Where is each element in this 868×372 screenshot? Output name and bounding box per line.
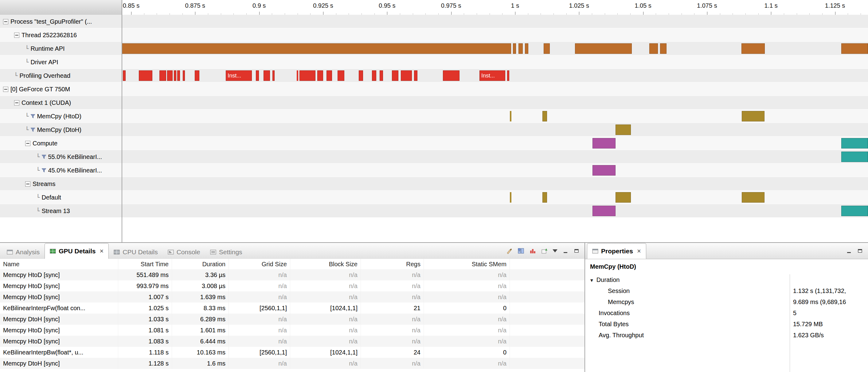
timeline-bar-memcpy[interactable]	[742, 192, 765, 203]
timeline-bar-runtime[interactable]	[525, 44, 529, 54]
expand-arrow-icon[interactable]: ▼	[589, 278, 594, 283]
table-row[interactable]: Memcpy DtoH [sync]1.128 s1.6 msn/an/an/a…	[0, 358, 585, 369]
column-header-regs[interactable]: Regs	[361, 259, 424, 269]
timeline-bar-memcpy[interactable]	[510, 192, 512, 203]
column-header-start-time[interactable]: Start Time	[118, 259, 172, 269]
timeline-ruler[interactable]: 0.85 s0.875 s0.9 s0.925 s0.95 s0.975 s1 …	[122, 0, 868, 15]
restore-icon[interactable]	[574, 248, 580, 254]
tree-item-runtime-api[interactable]: └Runtime API	[0, 42, 146, 55]
column-header-duration[interactable]: Duration	[172, 259, 229, 269]
tree-item-kernel-45[interactable]: └45.0% KeBilinearI...	[0, 164, 157, 177]
timeline-bar-overhead[interactable]	[297, 70, 298, 81]
tab-console[interactable]: Console	[163, 245, 205, 259]
timeline-bar-overhead[interactable]	[273, 70, 275, 81]
timeline-bar-kernel45[interactable]	[592, 206, 616, 216]
collapse-icon[interactable]	[14, 100, 19, 106]
collapse-icon[interactable]	[3, 19, 8, 24]
table-row[interactable]: Memcpy HtoD [sync]1.007 s1.639 msn/an/an…	[0, 291, 585, 303]
timeline-bar-overhead[interactable]	[392, 70, 398, 81]
tree-item-memcpy-htod[interactable]: └MemCpy (HtoD)	[0, 110, 146, 123]
tree-item-thread[interactable]: Thread 2522362816	[0, 28, 135, 42]
timeline-bar-memcpy[interactable]	[542, 111, 547, 121]
timeline-bar-runtime[interactable]	[519, 44, 523, 54]
view-menu-icon[interactable]	[553, 249, 557, 252]
timeline-bar-kernel55[interactable]	[841, 138, 868, 148]
timeline-bar-overhead[interactable]: Inst...	[479, 70, 505, 81]
timeline-bar-overhead[interactable]	[443, 70, 460, 81]
timeline-bar-overhead[interactable]	[177, 70, 180, 81]
restore-icon[interactable]	[857, 248, 863, 254]
timeline-bar-runtime[interactable]	[649, 44, 658, 54]
tab-properties[interactable]: Properties×	[587, 243, 646, 259]
tree-item-streams[interactable]: Streams	[0, 177, 146, 191]
tab-settings[interactable]: Settings	[205, 245, 247, 259]
collapse-icon[interactable]	[25, 141, 30, 146]
timeline-bar-runtime[interactable]	[660, 44, 667, 54]
timeline-bar-memcpy[interactable]	[616, 192, 631, 203]
timeline-bar-runtime[interactable]	[122, 44, 511, 54]
timeline-bar-overhead[interactable]	[195, 70, 199, 81]
minimize-icon[interactable]	[846, 248, 852, 254]
timeline-bar-overhead[interactable]	[380, 70, 383, 81]
export-icon[interactable]	[541, 248, 548, 254]
timeline-bar-kernel55[interactable]	[841, 151, 868, 162]
timeline-bar-runtime[interactable]	[741, 44, 765, 54]
timeline-bar-runtime[interactable]	[513, 44, 516, 54]
brush-icon[interactable]	[506, 248, 513, 254]
timeline-bar-overhead[interactable]	[264, 70, 270, 81]
timeline-bar-runtime[interactable]	[575, 44, 632, 54]
tree-item-compute[interactable]: Compute	[0, 137, 146, 150]
tree-item-stream-default[interactable]: └Default	[0, 191, 157, 204]
timeline-bar-runtime[interactable]	[544, 44, 550, 54]
timeline-bar-overhead[interactable]: Inst...	[226, 70, 252, 81]
collapse-icon[interactable]	[3, 87, 8, 92]
timeline-bar-overhead[interactable]	[256, 70, 259, 81]
timeline-bar-kernel55[interactable]	[841, 206, 868, 216]
table-row[interactable]: Memcpy HtoD [sync]993.979 ms3.008 µsn/an…	[0, 280, 585, 291]
timeline-bar-overhead[interactable]	[167, 70, 172, 81]
tab-cpu-details[interactable]: CPU Details	[109, 245, 162, 259]
timeline-bar-memcpy[interactable]	[510, 111, 512, 121]
tree-item-stream-13[interactable]: └Stream 13	[0, 204, 157, 218]
table-row[interactable]: Memcpy HtoD [sync]551.489 ms3.36 µsn/an/…	[0, 269, 585, 280]
timeline-bar-overhead[interactable]	[317, 70, 323, 81]
collapse-icon[interactable]	[25, 181, 30, 187]
collapse-icon[interactable]	[14, 33, 19, 38]
timeline-bar-kernel45[interactable]	[592, 165, 616, 176]
timeline-bar-overhead[interactable]	[327, 70, 332, 81]
tree-item-memcpy-dtoh[interactable]: └MemCpy (DtoH)	[0, 123, 146, 137]
timeline-bar-kernel45[interactable]	[592, 138, 616, 148]
layout-icon[interactable]	[518, 248, 524, 254]
table-row[interactable]: KeBilinearInterpFw(float con...1.025 s8.…	[0, 303, 585, 314]
timeline-bar-overhead[interactable]	[183, 70, 185, 81]
table-row[interactable]: Memcpy HtoD [sync]1.083 s6.444 msn/an/an…	[0, 336, 585, 347]
timeline-bar-memcpy[interactable]	[742, 111, 765, 121]
column-header-name[interactable]: Name	[0, 259, 118, 269]
tree-item-kernel-55[interactable]: └55.0% KeBilinearI...	[0, 150, 157, 164]
timeline-bar-overhead[interactable]	[338, 70, 344, 81]
tree-item-process[interactable]: Process "test_GpuProfiler" (...	[0, 15, 124, 28]
timeline-bar-overhead[interactable]	[300, 70, 315, 81]
timeline-bar-memcpy[interactable]	[542, 192, 547, 203]
table-row[interactable]: Memcpy HtoD [sync]1.081 s1.601 msn/an/an…	[0, 325, 585, 336]
timeline-bar-overhead[interactable]	[401, 70, 412, 81]
tab-gpu-details[interactable]: GPU Details×	[44, 243, 109, 259]
tree-splitter[interactable]	[122, 0, 122, 242]
timeline-bar-memcpy[interactable]	[616, 124, 631, 135]
tree-item-profiling-overhead[interactable]: └Profiling Overhead	[0, 69, 135, 82]
column-header-static-smem[interactable]: Static SMem	[424, 259, 510, 269]
tree-item-driver-api[interactable]: └Driver API	[0, 55, 146, 69]
tree-item-context[interactable]: Context 1 (CUDA)	[0, 96, 135, 110]
table-row[interactable]: KeBilinearInterpBw(float*, u...1.118 s10…	[0, 347, 585, 358]
timeline-bar-overhead[interactable]	[174, 70, 176, 81]
timeline-bar-overhead[interactable]	[359, 70, 363, 81]
timeline-bar-overhead[interactable]	[159, 70, 166, 81]
column-header-grid-size[interactable]: Grid Size	[229, 259, 290, 269]
minimize-icon[interactable]	[562, 248, 568, 254]
profile-icon[interactable]	[529, 248, 536, 254]
timeline-bar-overhead[interactable]	[139, 70, 152, 81]
table-row[interactable]: Memcpy DtoH [sync]1.033 s6.289 msn/an/an…	[0, 314, 585, 325]
tab-close-icon[interactable]: ×	[99, 247, 103, 255]
tree-item-gpu[interactable]: [0] GeForce GT 750M	[0, 82, 124, 96]
timeline-bar-runtime[interactable]	[841, 44, 868, 54]
